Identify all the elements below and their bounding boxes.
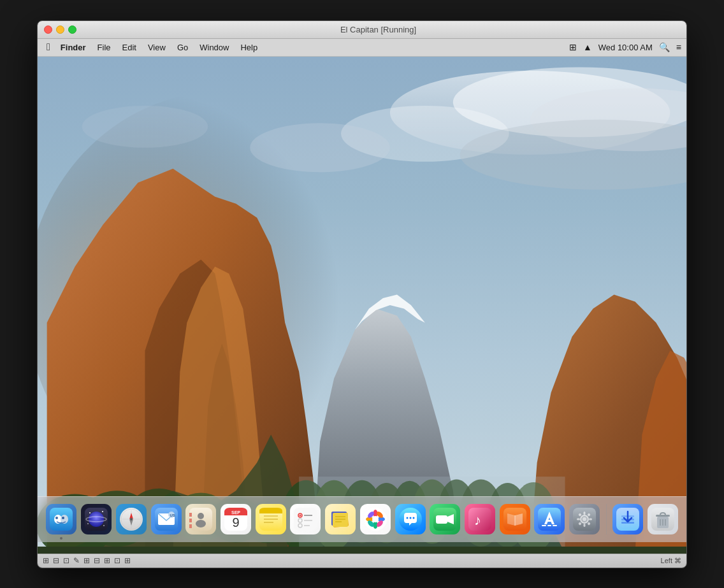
vm-status-icon-2[interactable]: ⊟ xyxy=(53,556,59,565)
svg-text:US: US xyxy=(170,513,175,517)
vm-status-icon-7[interactable]: ⊞ xyxy=(104,556,110,565)
vm-title-bar: El Capitan [Running] xyxy=(38,21,686,39)
maximize-button[interactable] xyxy=(68,25,76,34)
reminders-icon xyxy=(290,504,321,534)
vm-status-icon-1[interactable]: ⊞ xyxy=(43,556,49,565)
close-button[interactable] xyxy=(44,25,52,34)
stickies-icon xyxy=(325,504,356,534)
facetime-icon xyxy=(430,504,460,534)
dock-item-reminders[interactable] xyxy=(289,503,322,536)
safari-icon xyxy=(116,504,147,534)
dock-item-downloads[interactable] xyxy=(612,503,644,536)
svg-text:9: 9 xyxy=(232,515,239,529)
dock-separator xyxy=(606,504,607,534)
dock-item-photos[interactable] xyxy=(359,503,392,536)
launchpad-icon xyxy=(81,504,112,534)
dock-item-launchpad[interactable] xyxy=(80,503,113,536)
svg-rect-133 xyxy=(656,515,670,517)
traffic-lights xyxy=(44,25,76,34)
view-menu[interactable]: View xyxy=(143,41,171,54)
svg-rect-120 xyxy=(584,524,586,527)
svg-point-46 xyxy=(102,511,103,512)
svg-point-104 xyxy=(412,517,414,519)
edit-menu[interactable]: Edit xyxy=(117,41,141,54)
dock-item-itunes[interactable]: ♪ xyxy=(464,503,496,536)
dock-item-messages[interactable] xyxy=(394,503,426,536)
vm-window: El Capitan [Running]  Finder File Edit … xyxy=(37,20,687,568)
trash-icon xyxy=(648,504,678,534)
calendar-icon: SEP 9 xyxy=(221,504,251,534)
vm-keyboard-info: Left ⌘ xyxy=(661,557,681,565)
svg-rect-61 xyxy=(189,513,192,517)
volume-icon[interactable]: ▲ xyxy=(583,42,592,52)
dock-item-sysprefs[interactable] xyxy=(568,503,601,536)
svg-text:SEP: SEP xyxy=(231,510,240,515)
svg-rect-62 xyxy=(189,519,192,522)
photos-icon xyxy=(360,504,391,534)
sysprefs-icon xyxy=(569,504,600,534)
finder-icon xyxy=(46,504,76,534)
svg-point-79 xyxy=(300,515,301,517)
menu-left:  Finder File Edit View Go Window Help xyxy=(43,40,263,54)
vm-status-icon-3[interactable]: ⊡ xyxy=(63,556,69,565)
notification-icon[interactable]: ≡ xyxy=(676,42,681,52)
svg-rect-63 xyxy=(189,524,192,528)
vm-status-icon-6[interactable]: ⊟ xyxy=(94,556,100,565)
svg-text:♪: ♪ xyxy=(474,512,481,528)
notes-icon xyxy=(256,504,286,534)
vm-bottom-bar: ⊞ ⊟ ⊡ ✎ ⊞ ⊟ ⊞ ⊡ ⊞ Left ⌘ xyxy=(38,554,686,568)
dock-item-ibooks[interactable] xyxy=(498,503,531,536)
dock-container: US xyxy=(38,496,686,554)
file-menu[interactable]: File xyxy=(92,41,116,54)
svg-rect-76 xyxy=(259,511,282,513)
svg-point-40 xyxy=(55,517,58,519)
svg-rect-122 xyxy=(589,519,592,520)
dock-item-notes[interactable] xyxy=(254,503,287,536)
svg-point-7 xyxy=(82,105,208,147)
svg-point-41 xyxy=(62,517,64,519)
svg-rect-119 xyxy=(584,512,586,515)
dock-item-trash[interactable] xyxy=(646,503,679,536)
dock-item-facetime[interactable] xyxy=(429,503,461,536)
vm-status-icon-4[interactable]: ✎ xyxy=(73,556,80,565)
finder-menu[interactable]: Finder xyxy=(55,41,91,54)
svg-point-65 xyxy=(196,520,206,527)
finder-running-dot xyxy=(60,537,62,540)
screen-share-icon[interactable]: ⊞ xyxy=(569,42,577,52)
dock-item-appstore[interactable] xyxy=(533,503,566,536)
vm-status-icon-9[interactable]: ⊞ xyxy=(124,556,131,565)
window-menu[interactable]: Window xyxy=(194,41,234,54)
search-icon[interactable]: 🔍 xyxy=(659,42,670,52)
help-menu[interactable]: Help xyxy=(235,41,263,54)
window-title: El Capitan [Running] xyxy=(76,25,680,34)
dock-item-mail[interactable]: US xyxy=(150,503,182,536)
svg-point-100 xyxy=(372,516,379,522)
dock-item-finder[interactable] xyxy=(45,503,78,536)
go-menu[interactable]: Go xyxy=(172,41,193,54)
vm-status-icon-5[interactable]: ⊞ xyxy=(83,556,90,565)
messages-icon xyxy=(395,504,426,534)
dock-item-safari[interactable] xyxy=(115,503,147,536)
svg-point-47 xyxy=(87,523,89,524)
dock-item-stickies[interactable] xyxy=(324,503,357,536)
datetime-display[interactable]: Wed 10:00 AM xyxy=(598,43,653,52)
svg-point-64 xyxy=(198,513,204,519)
svg-rect-87 xyxy=(333,513,348,527)
contacts-icon xyxy=(185,504,216,534)
itunes-icon: ♪ xyxy=(465,504,495,534)
minimize-button[interactable] xyxy=(56,25,64,34)
svg-point-6 xyxy=(250,123,390,172)
menu-right: ⊞ ▲ Wed 10:00 AM 🔍 ≡ xyxy=(569,42,681,52)
svg-rect-77 xyxy=(294,508,317,531)
mac-menubar:  Finder File Edit View Go Window Help ⊞… xyxy=(38,39,686,57)
downloads-icon xyxy=(612,504,643,534)
apple-menu[interactable]:  xyxy=(43,40,54,54)
svg-point-102 xyxy=(406,517,408,519)
dock-item-contacts[interactable] xyxy=(185,503,217,536)
svg-point-45 xyxy=(89,512,90,513)
ibooks-icon xyxy=(500,504,530,534)
vm-status-icon-8[interactable]: ⊡ xyxy=(114,556,120,565)
svg-rect-106 xyxy=(436,515,447,524)
svg-rect-112 xyxy=(538,508,561,531)
dock-item-calendar[interactable]: SEP 9 xyxy=(220,503,252,536)
